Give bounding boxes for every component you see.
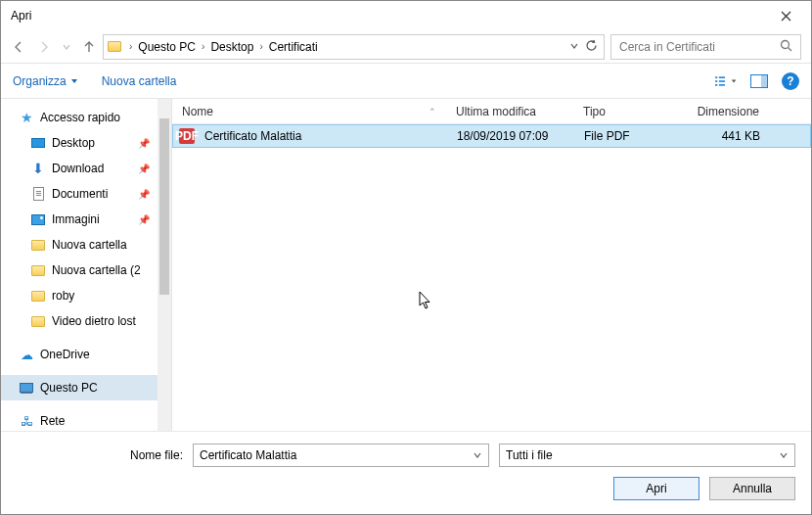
star-icon: ★ bbox=[19, 110, 34, 125]
toolbar: Organizza Nuova cartella ? bbox=[1, 64, 811, 99]
window-title: Apri bbox=[11, 9, 31, 23]
sidebar-item-newfolder[interactable]: Nuova cartella bbox=[1, 232, 171, 258]
svg-rect-6 bbox=[719, 84, 725, 86]
crumb-desktop[interactable]: Desktop bbox=[208, 40, 255, 54]
sidebar-item-download[interactable]: ⬇ Download 📌 bbox=[1, 156, 171, 181]
sidebar-item-label: OneDrive bbox=[40, 348, 90, 361]
sidebar-item-desktop[interactable]: Desktop 📌 bbox=[1, 130, 171, 156]
pin-icon: 📌 bbox=[138, 164, 150, 174]
col-label: Ultima modifica bbox=[456, 105, 536, 118]
sidebar-scrollbar[interactable] bbox=[158, 99, 171, 432]
nav-buttons bbox=[11, 39, 97, 55]
folder-icon bbox=[30, 313, 46, 329]
back-button[interactable] bbox=[11, 39, 26, 55]
filename-value: Certificato Malattia bbox=[200, 448, 296, 462]
svg-rect-8 bbox=[761, 74, 768, 87]
sidebar-item-label: Documenti bbox=[52, 187, 108, 201]
pc-icon bbox=[19, 380, 34, 396]
view-options-button[interactable] bbox=[715, 70, 737, 92]
pin-icon: 📌 bbox=[138, 138, 150, 149]
sidebar-quick-access[interactable]: ★ Accesso rapido bbox=[1, 105, 171, 130]
file-size: 441 KB bbox=[722, 129, 760, 143]
pdf-icon: PDF bbox=[179, 128, 195, 144]
folder-icon bbox=[30, 262, 46, 278]
folder-icon bbox=[104, 41, 125, 52]
cancel-button[interactable]: Annulla bbox=[709, 477, 795, 500]
organize-label: Organizza bbox=[13, 74, 67, 88]
crumb-folder[interactable]: Certificati bbox=[267, 40, 320, 54]
svg-rect-1 bbox=[715, 76, 717, 78]
file-row[interactable]: PDF Certificato Malattia 18/09/2019 07:0… bbox=[172, 124, 811, 148]
new-folder-button[interactable]: Nuova cartella bbox=[102, 74, 177, 88]
refresh-button[interactable] bbox=[585, 39, 598, 55]
sidebar-this-pc[interactable]: Questo PC bbox=[1, 375, 171, 400]
document-icon bbox=[30, 186, 46, 202]
svg-point-0 bbox=[782, 40, 789, 48]
sidebar-item-label: Questo PC bbox=[40, 381, 98, 395]
col-header-name[interactable]: Nome ⌃ bbox=[172, 105, 446, 118]
sidebar-item-images[interactable]: Immagini 📌 bbox=[1, 207, 171, 232]
sidebar-item-label: Nuova cartella bbox=[52, 238, 127, 252]
folder-icon bbox=[30, 237, 46, 253]
chevron-right-icon[interactable]: › bbox=[198, 41, 208, 52]
svg-rect-5 bbox=[719, 80, 725, 82]
col-header-modified[interactable]: Ultima modifica bbox=[446, 105, 573, 118]
forward-button[interactable] bbox=[36, 39, 52, 55]
footer: Nome file: Certificato Malattia Tutti i … bbox=[1, 431, 811, 514]
breadcrumb[interactable]: › Questo PC › Desktop › Certificati bbox=[103, 34, 605, 60]
filename-label: Nome file: bbox=[17, 448, 183, 462]
sidebar-network[interactable]: 🖧 Rete bbox=[1, 408, 171, 432]
images-icon bbox=[30, 211, 46, 227]
file-pane: Nome ⌃ Ultima modifica Tipo Dimensione P… bbox=[172, 99, 811, 432]
search-icon bbox=[780, 39, 792, 55]
open-button[interactable]: Apri bbox=[613, 477, 699, 500]
sidebar-item-label: Nuova cartella (2 bbox=[52, 263, 141, 277]
chevron-down-icon bbox=[779, 450, 789, 460]
sidebar-item-label: roby bbox=[52, 289, 74, 303]
col-header-type[interactable]: Tipo bbox=[573, 105, 681, 118]
sidebar-item-documents[interactable]: Documenti 📌 bbox=[1, 181, 171, 207]
chevron-down-icon bbox=[731, 77, 737, 85]
search-input[interactable]: Cerca in Certificati bbox=[610, 34, 801, 60]
chevron-down-icon bbox=[70, 77, 78, 85]
sidebar: ★ Accesso rapido Desktop 📌 ⬇ Download 📌 … bbox=[1, 99, 172, 432]
close-button[interactable] bbox=[766, 2, 805, 29]
body: ★ Accesso rapido Desktop 📌 ⬇ Download 📌 … bbox=[1, 99, 811, 432]
chevron-right-icon[interactable]: › bbox=[255, 41, 266, 52]
chevron-right-icon[interactable]: › bbox=[125, 41, 136, 52]
file-type: File PDF bbox=[584, 129, 630, 143]
new-folder-label: Nuova cartella bbox=[102, 74, 177, 88]
organize-menu[interactable]: Organizza bbox=[13, 74, 78, 88]
sidebar-item-label: Immagini bbox=[52, 212, 100, 226]
help-button[interactable]: ? bbox=[782, 72, 799, 90]
file-filter-select[interactable]: Tutti i file bbox=[499, 444, 795, 467]
view-list-icon bbox=[715, 74, 729, 88]
recent-dropdown[interactable] bbox=[62, 42, 71, 52]
search-placeholder: Cerca in Certificati bbox=[619, 40, 715, 54]
sidebar-onedrive[interactable]: ☁ OneDrive bbox=[1, 342, 171, 367]
filename-input[interactable]: Certificato Malattia bbox=[193, 444, 489, 467]
folder-icon bbox=[30, 288, 46, 304]
up-button[interactable] bbox=[81, 39, 97, 55]
sidebar-item-label: Download bbox=[52, 162, 104, 175]
col-label: Dimensione bbox=[698, 105, 759, 118]
col-header-size[interactable]: Dimensione bbox=[681, 105, 769, 118]
sidebar-item-label: Video dietro lost bbox=[52, 314, 136, 328]
preview-pane-button[interactable] bbox=[748, 70, 770, 92]
chevron-down-icon[interactable] bbox=[569, 40, 579, 54]
col-label: Nome bbox=[182, 105, 213, 118]
sidebar-item-label: Desktop bbox=[52, 136, 95, 150]
titlebar: Apri bbox=[1, 1, 811, 30]
sidebar-item-roby[interactable]: roby bbox=[1, 283, 171, 308]
sidebar-item-newfolder2[interactable]: Nuova cartella (2 bbox=[1, 258, 171, 283]
pin-icon: 📌 bbox=[138, 189, 150, 200]
scrollbar-thumb[interactable] bbox=[159, 118, 169, 295]
preview-pane-icon bbox=[750, 74, 768, 88]
svg-rect-4 bbox=[719, 76, 725, 78]
crumb-pc[interactable]: Questo PC bbox=[136, 40, 198, 54]
svg-rect-3 bbox=[715, 84, 717, 86]
download-icon: ⬇ bbox=[30, 161, 46, 176]
onedrive-icon: ☁ bbox=[19, 347, 34, 362]
sidebar-item-video[interactable]: Video dietro lost bbox=[1, 308, 171, 334]
filter-value: Tutti i file bbox=[506, 448, 553, 462]
